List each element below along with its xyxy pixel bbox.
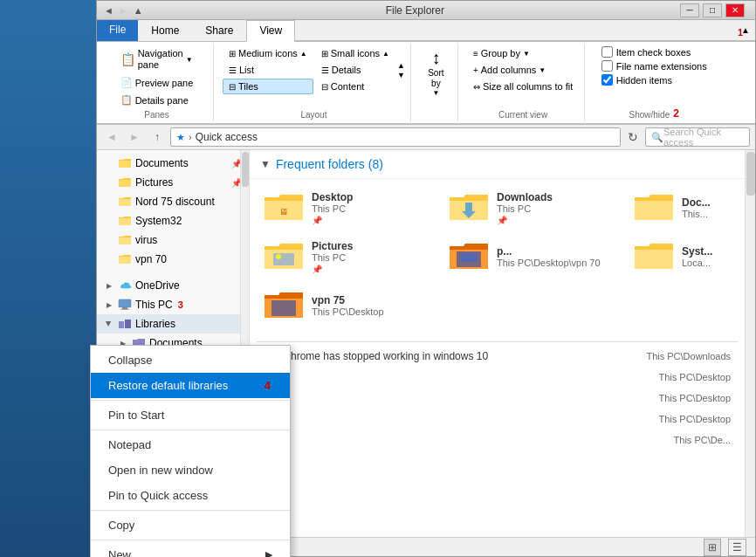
tab-file[interactable]: File [97,20,138,41]
sidebar-item-thispc[interactable]: ▶ This PC 3 [97,295,249,314]
tile-vpn75[interactable]: vpn 75 This PC\Desktop [255,282,438,329]
folder-icon [118,175,132,189]
tile-desktop[interactable]: 🖥 Desktop This PC 📌 [255,184,438,231]
current-view-content: ≡ Group by ▼ + Add columns ▼ ⇔ Size all … [467,45,579,108]
expand-icon [104,254,114,265]
address-bar[interactable]: ★ › Quick access [170,127,621,147]
tile-info: p... This PC\Desktop\vpn 70 [497,245,601,268]
tile-vpn70[interactable]: p... This PC\Desktop\vpn 70 [440,233,623,280]
folder-icon [118,233,132,247]
back-btn[interactable]: ◄ [102,127,121,147]
recent-files-section: 📄 chrome has stopped working in windows … [250,334,745,454]
back-btn-small[interactable]: ◄ [104,5,113,16]
sidebar-item-pictures[interactable]: Pictures 📌 [97,173,249,192]
context-restore-libraries[interactable]: Restore default libraries 4 [91,373,290,398]
navigation-pane-btn[interactable]: 📋 Navigation pane ▼ [114,45,200,73]
recent-item-1[interactable]: 📄 This PC\Desktop [257,367,738,388]
search-box[interactable]: 🔍 Search Quick access [645,127,750,147]
content-scrollbar[interactable] [745,150,755,537]
svg-rect-16 [460,253,478,262]
file-name-ext-input[interactable] [601,60,613,72]
window-title: File Explorer [150,4,680,17]
tiles-grid: 🖥 Desktop This PC 📌 [250,179,745,334]
file-name-ext-check[interactable]: File name extensions [598,59,711,72]
svg-point-14 [276,254,281,259]
item-check-boxes-check[interactable]: Item check boxes [598,45,711,58]
hidden-items-check[interactable]: Hidden items [598,73,711,86]
context-collapse[interactable]: Collapse [91,347,290,373]
tab-home[interactable]: Home [138,20,192,41]
scrollbar-thumb[interactable] [242,152,249,187]
context-pin-to-start[interactable]: Pin to Start [91,402,290,428]
context-copy[interactable]: Copy [91,512,290,538]
svg-rect-17 [271,300,296,316]
expand-icon [104,196,114,207]
sidebar-item-label: virus [135,234,157,246]
context-menu: Collapse Restore default libraries 4 Pin… [90,345,291,557]
sidebar-item-label: This PC [135,299,173,311]
recent-item-0[interactable]: 📄 chrome has stopped working in windows … [257,346,738,367]
sidebar-item-virus[interactable]: virus [97,230,249,250]
content-scrollbar-thumb[interactable] [746,152,755,196]
sidebar-item-system32[interactable]: System32 [97,211,249,230]
recent-item-4[interactable]: 📄 This PC\De... [257,430,738,450]
ribbon-content: 📋 Navigation pane ▼ 📄 Preview pane 📋 Det… [97,42,755,125]
address-refresh-btn[interactable]: ↻ [624,130,642,144]
sort-by-btn[interactable]: ↕ Sortby ▼ [426,45,445,100]
view-toggle-tiles[interactable]: ⊞ [704,539,721,556]
context-sep-1 [91,400,290,401]
up-btn-small[interactable]: ▲ [134,5,143,16]
recent-item-2[interactable]: 📄 This PC\Desktop [257,388,738,409]
maximize-btn[interactable]: □ [703,3,722,17]
sidebar-item-vpn70[interactable]: vpn 70 [97,250,249,269]
address-text: Quick access [196,131,258,143]
panes-content: 📋 Navigation pane ▼ 📄 Preview pane 📋 Det… [114,45,200,108]
svg-rect-0 [119,299,131,307]
group-by-btn[interactable]: ≡ Group by ▼ [467,45,579,61]
context-new[interactable]: New ▶ [91,542,290,557]
sidebar-item-libraries[interactable]: ▶ Libraries [97,314,249,334]
expand-icon: ▶ [104,280,114,291]
tile-system32[interactable]: Syst... Loca... [625,233,745,280]
ribbon-group-layout: ⊞ Medium icons ▲ ☰ List ⊟ Tiles [217,44,411,121]
frequent-folders-header[interactable]: ▼ Frequent folders (8) [250,150,745,179]
up-btn[interactable]: ↑ [148,127,167,147]
tab-view[interactable]: View [246,20,295,42]
medium-icons-btn[interactable]: ⊞ Medium icons ▲ [223,45,313,61]
hidden-items-input[interactable] [601,74,613,86]
tile-doc-2[interactable]: Doc... This... [625,184,745,231]
tab-share[interactable]: Share [192,20,246,41]
close-btn[interactable]: ✕ [725,3,745,17]
preview-pane-btn[interactable]: 📄 Preview pane [114,74,200,91]
tile-info: Downloads This PC 📌 [497,191,553,225]
forward-btn[interactable]: ► [125,127,144,147]
minimize-btn[interactable]: ─ [680,3,699,17]
view-toggle-details[interactable]: ☰ [728,539,746,556]
add-columns-btn[interactable]: + Add columns ▼ [467,62,579,78]
library-icon [118,317,132,331]
item-check-boxes-input[interactable] [601,46,613,58]
folder-tile-icon [448,239,490,274]
expand-icon [104,158,114,168]
context-open-new-window[interactable]: Open in new window [91,457,290,483]
sidebar-item-documents[interactable]: Documents 📌 [97,154,249,173]
search-placeholder: Search Quick access [663,127,744,148]
details-pane-btn[interactable]: 📋 Details pane [114,92,200,108]
sidebar-item-nord[interactable]: Nord 75 discount [97,192,249,211]
context-notepad[interactable]: Notepad [91,432,290,457]
recent-item-3[interactable]: 📄 This PC\Desktop [257,409,738,430]
sidebar-item-label: OneDrive [135,279,180,292]
forward-btn-small[interactable]: ► [119,5,128,16]
small-icons-btn[interactable]: ⊞ Small icons ▲ [315,45,395,61]
tile-downloads[interactable]: Downloads This PC 📌 [440,184,623,231]
tiles-btn[interactable]: ⊟ Tiles [223,79,313,94]
tile-pictures[interactable]: Pictures This PC 📌 [255,233,438,280]
details-btn[interactable]: ☰ Details [315,62,395,78]
content-btn[interactable]: ⊟ Content [315,79,395,94]
size-all-btn[interactable]: ⇔ Size all columns to fit [467,79,579,94]
layout-scroll-down[interactable]: ▼ [397,71,405,79]
context-pin-to-quick-access[interactable]: Pin to Quick access [91,483,290,508]
sidebar-item-onedrive[interactable]: ▶ OneDrive [97,276,249,295]
layout-scroll-up[interactable]: ▲ [397,61,405,70]
list-btn[interactable]: ☰ List [223,62,313,78]
